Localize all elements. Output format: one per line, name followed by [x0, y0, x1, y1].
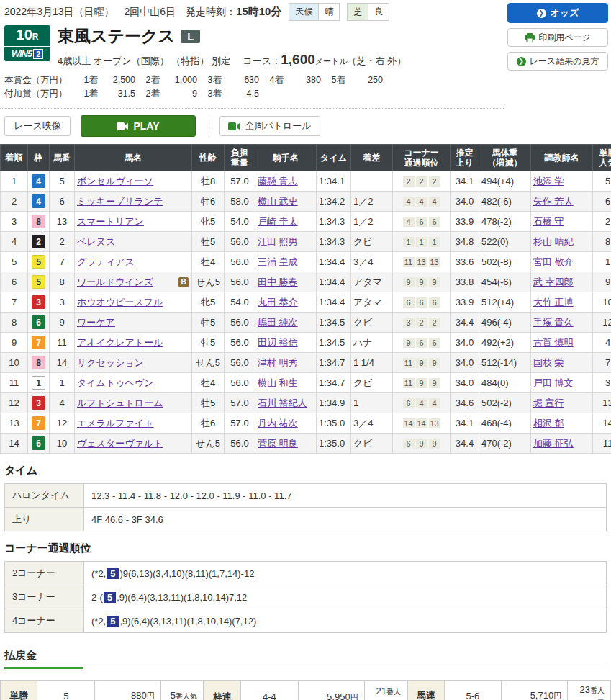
corner-positions: 999: [393, 272, 451, 292]
horse-name-link[interactable]: ワールドウインズ: [77, 277, 153, 287]
jockey-link[interactable]: 丸田 恭介: [258, 297, 298, 308]
horse-name-link[interactable]: スマートリアン: [77, 216, 144, 227]
trainer-link[interactable]: 石橋 守: [533, 216, 564, 227]
corner-order-text: 2-(: [91, 592, 103, 603]
prize-value: 2,500: [98, 73, 135, 87]
jockey-link[interactable]: 田辺 裕信: [258, 337, 298, 348]
horse-name-link[interactable]: ヴェスターヴァルト: [77, 438, 163, 449]
horse-name-link[interactable]: エメラルファイト: [77, 418, 153, 428]
jockey-link[interactable]: 田中 勝春: [258, 277, 298, 287]
horse-name-link[interactable]: タイムトゥヘヴン: [77, 377, 153, 388]
waku-cell: 7: [28, 413, 50, 434]
trainer-link[interactable]: 宮田 敬介: [533, 256, 574, 267]
win-favorite-rank: 3: [593, 373, 611, 393]
weather-value: 晴: [319, 4, 339, 20]
waku-cell: 5: [28, 252, 50, 272]
sex-age: 牡5: [192, 313, 225, 333]
result-row: 557グラティアス牡456.0三浦 皇成1:34.43／411131333.65…: [1, 252, 611, 272]
prize-item: 2着9: [135, 87, 197, 101]
carried-weight: 57.0: [225, 171, 255, 192]
jockey-link[interactable]: 戸崎 圭太: [258, 216, 298, 227]
corner-order-text: ,9)(6,4)(3,13,11)(1,8,10,14)7,12: [117, 592, 247, 603]
horse-name-cell: アオイクレアトール: [75, 333, 192, 353]
waku-cell: 6: [28, 313, 50, 333]
trainer-link[interactable]: 相沢 郁: [533, 418, 564, 428]
horse-name-link[interactable]: ワーケア: [77, 317, 115, 328]
horse-number: 13: [50, 212, 75, 232]
course-detail: （芝・右 外）: [348, 55, 407, 66]
odds-button[interactable]: ❯ オッズ: [507, 3, 608, 23]
corner-positions: 222: [393, 171, 451, 192]
corner-table: 2コーナー(*2,5)9(6,13)(3,4,10)(8,11)(1,7,14)…: [4, 561, 607, 633]
result-guide-button[interactable]: ❯ レース結果の見方: [507, 52, 608, 71]
trainer-link[interactable]: 古賀 慎明: [533, 337, 574, 348]
print-page-button[interactable]: 印刷用ページ: [507, 28, 608, 47]
patrol-video-button[interactable]: 全周パトロール: [219, 116, 320, 136]
win-favorite-rank: 10: [593, 292, 611, 313]
trainer-link[interactable]: 武 幸四郎: [533, 277, 574, 287]
jockey-link[interactable]: 藤懸 貴志: [258, 176, 298, 187]
trainer-link[interactable]: 杉山 晴紀: [533, 236, 574, 247]
corner-position-chip: 6: [403, 398, 415, 408]
corner-position-chip: 13: [429, 257, 440, 267]
trainer-cell: 武 幸四郎: [531, 272, 593, 292]
race-video-button[interactable]: レース映像: [4, 116, 71, 136]
jockey-link[interactable]: 丹内 祐次: [258, 418, 298, 428]
horse-name-link[interactable]: ルフトシュトローム: [77, 398, 163, 408]
trainer-cell: 相沢 郁: [531, 413, 593, 434]
body-weight: 502(-2): [479, 393, 531, 413]
prize-value: 4.5: [222, 87, 259, 101]
result-row: 733ホウオウピースフル牝554.0丸田 恭介1:34.4アタマ66633.95…: [1, 292, 611, 313]
grade-badge: L: [181, 30, 200, 43]
corner-position-chip: 9: [416, 439, 427, 449]
jockey-link[interactable]: 菅原 明良: [258, 438, 298, 449]
horse-name-link[interactable]: ベレヌス: [77, 236, 115, 247]
corner-position-chip: 6: [403, 297, 415, 308]
popularity-suffix: 番人気: [386, 688, 401, 700]
jockey-link[interactable]: 横山 和生: [258, 377, 298, 388]
trainer-link[interactable]: 大竹 正博: [533, 297, 574, 308]
prize-value: 9: [160, 87, 197, 101]
results-column-header: 性齢: [192, 145, 225, 171]
waku-number: 4: [32, 174, 45, 188]
horse-name-link[interactable]: グラティアス: [77, 256, 135, 267]
yen-suffix: 円: [350, 693, 358, 700]
jockey-link[interactable]: 石川 裕紀人: [258, 398, 307, 408]
carried-weight: 56.0: [225, 232, 255, 252]
waku-number: 3: [32, 295, 45, 309]
horse-name-link[interactable]: ミッキーブリランテ: [77, 196, 163, 207]
horse-number: 7: [50, 252, 75, 272]
corner-positions: 666: [393, 292, 451, 313]
horse-name-cell: ボンセルヴィーソ: [75, 171, 192, 192]
sex-age: せん5: [192, 353, 225, 373]
trainer-link[interactable]: 矢作 芳人: [533, 196, 574, 207]
trainer-link[interactable]: 国枝 栄: [533, 357, 564, 368]
play-label: PLAY: [133, 120, 159, 132]
jockey-link[interactable]: 嶋田 純次: [258, 317, 298, 328]
finish-position: 2: [1, 192, 28, 212]
results-column-header: 負担 重量: [225, 145, 255, 171]
jockey-link[interactable]: 津村 明秀: [258, 357, 298, 368]
trainer-cell: 宮田 敬介: [531, 252, 593, 272]
yen-suffix: 円: [553, 691, 561, 700]
corner-order-text: (*2,: [91, 568, 106, 579]
trainer-link[interactable]: 堀 宣行: [533, 398, 564, 408]
trainer-link[interactable]: 加藤 征弘: [533, 438, 574, 449]
jockey-link[interactable]: 江田 照男: [258, 236, 298, 247]
corner-position-chip: 4: [403, 217, 415, 227]
jockey-link[interactable]: 横山 武史: [258, 196, 298, 207]
waku-cell: 8: [28, 212, 50, 232]
horse-name-link[interactable]: ホウオウピースフル: [77, 297, 163, 308]
finish-time: 1:34.9: [317, 393, 351, 413]
play-button[interactable]: PLAY: [81, 115, 196, 137]
jockey-link[interactable]: 三浦 皇成: [258, 256, 298, 267]
horse-name-link[interactable]: アオイクレアトール: [77, 337, 163, 348]
horse-name-link[interactable]: ボンセルヴィーソ: [77, 176, 153, 187]
trainer-link[interactable]: 手塚 貴久: [533, 317, 574, 328]
prize-place: 5着: [321, 73, 345, 87]
trainer-link[interactable]: 池添 学: [533, 176, 564, 187]
result-row: 145ボンセルヴィーソ牡857.0藤懸 貴志1:34.122234.1494(+…: [1, 171, 611, 192]
corner-position-chip: 9: [429, 358, 440, 368]
trainer-link[interactable]: 戸田 博文: [533, 377, 574, 388]
horse-name-link[interactable]: サクセッション: [77, 357, 144, 368]
